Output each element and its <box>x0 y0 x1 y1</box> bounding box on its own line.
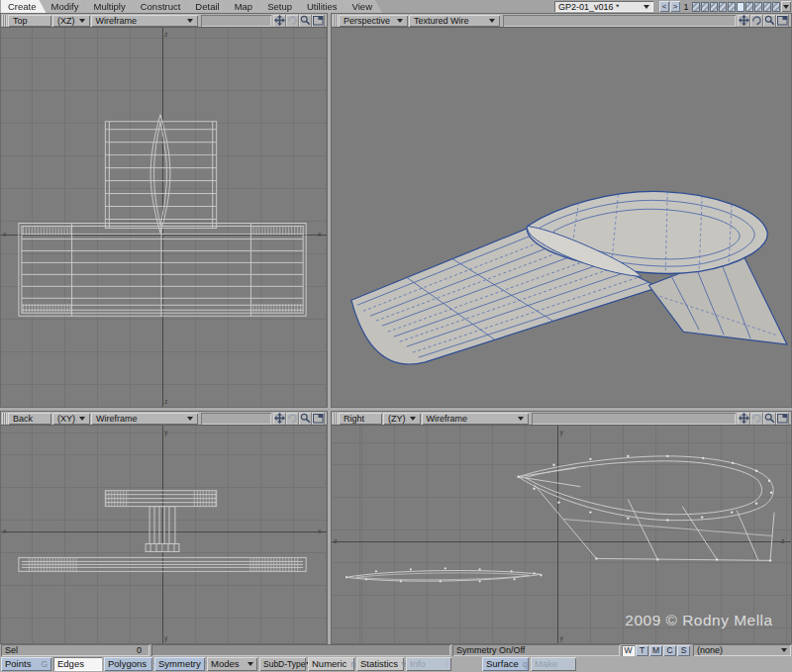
pan-icon[interactable] <box>738 413 750 425</box>
tab-multiply[interactable]: Multiply <box>82 0 136 13</box>
zoom-icon[interactable] <box>763 413 776 425</box>
viewport-drag-grip[interactable] <box>2 413 7 425</box>
layer-button-8[interactable] <box>754 2 762 12</box>
layer-button-6[interactable] <box>737 2 744 12</box>
maximize-icon[interactable] <box>776 15 789 27</box>
layer-button-5[interactable] <box>728 2 736 12</box>
viewport-drag-grip[interactable] <box>333 413 338 425</box>
main-menu-tabbar: Create Modify Multiply Construct Detail … <box>0 0 792 13</box>
maximize-icon[interactable] <box>312 15 325 27</box>
zoom-icon[interactable] <box>299 15 312 27</box>
render-mode-dropdown-top[interactable]: Wireframe <box>91 15 198 27</box>
status-bar: Sel 0 Symmetry On/Off W T M C S (none) <box>0 644 792 656</box>
bottom-toolbar: PointsG Edges PolygonsH SymmetryY Modes … <box>0 656 792 672</box>
viewport-canvas-back[interactable]: x x y y <box>1 426 327 643</box>
selection-count-box: Sel 0 <box>1 644 149 656</box>
layer-button-9[interactable] <box>763 2 771 12</box>
zoom-icon[interactable] <box>299 413 312 425</box>
axis-dropdown-back[interactable]: (XY) <box>52 413 90 425</box>
edges-mode-button[interactable]: Edges <box>53 657 102 671</box>
layer-prev-button[interactable]: < <box>659 1 669 12</box>
tab-modify[interactable]: Modify <box>40 0 89 13</box>
pan-icon[interactable] <box>738 15 750 27</box>
numeric-panel-button[interactable]: Numericn <box>308 657 354 671</box>
menu-tabs: Create Modify Multiply Construct Detail … <box>1 0 382 13</box>
rotate-icon[interactable] <box>750 15 763 27</box>
surface-button[interactable]: Surfaceq <box>482 657 529 671</box>
vmap-selector-dropdown[interactable]: (none) <box>693 644 791 656</box>
object-file-name: GP2-01_v016 * <box>558 2 640 12</box>
view-type-dropdown-perspective[interactable]: Perspective <box>339 15 408 27</box>
chevron-down-icon <box>397 19 403 23</box>
layer-button-7[interactable] <box>745 2 753 12</box>
info-panel-button[interactable]: Infoi <box>406 657 451 671</box>
tab-detail[interactable]: Detail <box>183 0 229 13</box>
symmetry-toggle-button[interactable]: SymmetryY <box>154 657 205 671</box>
vmap-texture-button[interactable]: T <box>636 645 648 656</box>
axis-dropdown-right[interactable]: (ZY) <box>383 413 421 425</box>
view-type-button-back[interactable]: Back <box>8 413 51 425</box>
object-file-dropdown[interactable]: GP2-01_v016 * <box>554 1 653 12</box>
viewport-drag-grip[interactable] <box>333 15 338 27</box>
status-info-field <box>151 644 450 656</box>
viewport-right-header: Right (ZY) Wireframe <box>332 412 791 426</box>
axis-label: y <box>560 429 564 436</box>
zoom-icon[interactable] <box>763 15 776 27</box>
pan-icon[interactable] <box>273 413 286 425</box>
view-type-button-right[interactable]: Right <box>339 413 382 425</box>
watermark-text: 2009 © Rodny Mella <box>625 612 772 628</box>
viewport-perspective: Perspective Textured Wire <box>331 13 792 408</box>
render-mode-dropdown-back[interactable]: Wireframe <box>91 413 198 425</box>
rotate-icon[interactable] <box>286 15 299 27</box>
render-mode-dropdown-right[interactable]: Wireframe <box>422 413 529 425</box>
make-button[interactable]: Make <box>531 657 576 671</box>
horizontal-viewport-splitter[interactable] <box>0 408 792 411</box>
layer-button-3[interactable] <box>710 2 718 12</box>
tab-create[interactable]: Create <box>1 0 47 13</box>
viewport-drag-grip[interactable] <box>2 15 7 27</box>
layer-next-button[interactable]: > <box>670 1 680 12</box>
tab-map[interactable]: Map <box>223 0 262 13</box>
axis-label: y <box>164 429 168 436</box>
statistics-panel-button[interactable]: Statisticsw <box>356 657 404 671</box>
maximize-icon[interactable] <box>776 413 789 425</box>
viewport-canvas-right[interactable]: z z y y 2009 © Rodny Mella <box>332 426 791 643</box>
chevron-down-icon <box>518 417 524 421</box>
viewport-right: Right (ZY) Wireframe <box>331 411 792 644</box>
vmap-weight-button[interactable]: W <box>622 645 635 656</box>
points-mode-button[interactable]: PointsG <box>1 657 51 671</box>
axis-dropdown-top[interactable]: (XZ) <box>52 15 90 27</box>
layer-button-2[interactable] <box>701 2 709 12</box>
axis-label: y <box>560 634 564 642</box>
subd-type-dropdown[interactable]: SubD-Type <box>259 657 306 671</box>
command-hint: Symmetry On/Off <box>452 644 620 656</box>
viewport-perspective-header: Perspective Textured Wire <box>332 14 791 28</box>
rotate-icon[interactable] <box>286 413 299 425</box>
tab-view[interactable]: View <box>341 0 382 13</box>
vmap-selection-button[interactable]: S <box>677 645 690 656</box>
back-view-wireframe: x x y y <box>1 426 327 643</box>
layer-button-1[interactable] <box>692 2 700 12</box>
tab-utilities[interactable]: Utilities <box>295 0 347 13</box>
viewport-back: Back (XY) Wireframe <box>0 411 328 644</box>
viewport-nav-icons <box>738 413 789 425</box>
layer-list-dropdown[interactable] <box>781 1 791 12</box>
render-mode-dropdown-perspective[interactable]: Textured Wire <box>409 15 500 27</box>
vertical-viewport-splitter[interactable] <box>328 13 331 644</box>
vmap-color-button[interactable]: C <box>663 645 676 656</box>
layer-button-4[interactable] <box>719 2 727 12</box>
tab-construct[interactable]: Construct <box>129 0 191 13</box>
viewport-canvas-top[interactable]: x x z z <box>1 28 327 407</box>
vmap-morph-button[interactable]: M <box>649 645 662 656</box>
rotate-icon[interactable] <box>750 413 763 425</box>
viewport-canvas-perspective[interactable] <box>332 28 791 407</box>
pan-icon[interactable] <box>273 15 286 27</box>
tab-setup[interactable]: Setup <box>255 0 302 13</box>
modes-dropdown[interactable]: Modes <box>207 657 257 671</box>
layer-button-10[interactable] <box>772 2 780 12</box>
sel-label: Sel <box>5 645 18 655</box>
view-type-button-top[interactable]: Top <box>8 15 51 27</box>
polygons-mode-button[interactable]: PolygonsH <box>104 657 152 671</box>
vmap-type-buttons: W T M C S <box>622 644 690 656</box>
maximize-icon[interactable] <box>312 413 325 425</box>
